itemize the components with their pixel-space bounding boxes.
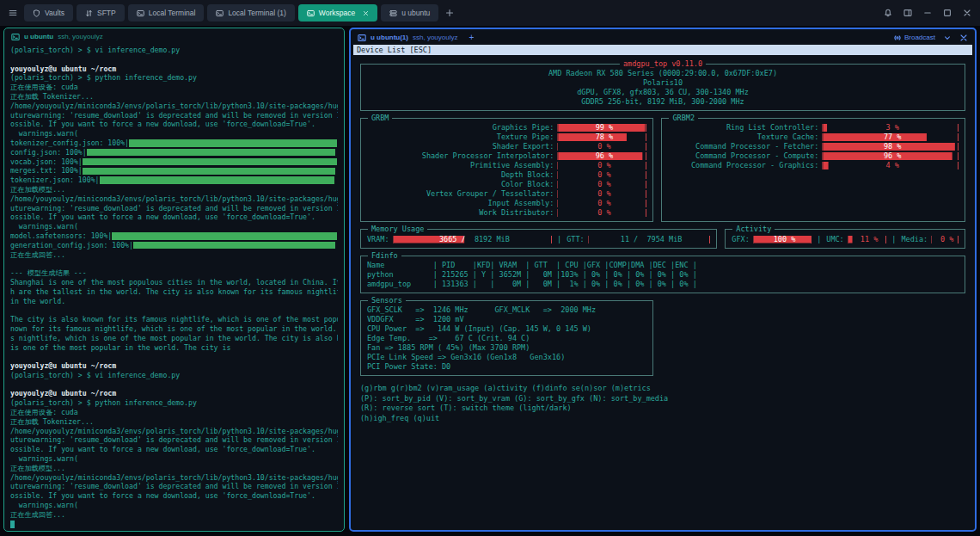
- device-list-bar: Device List [ESC]: [353, 45, 972, 55]
- gpu-usage-row: Vertex Grouper / Tessellator: 0 % 0 %: [367, 189, 646, 199]
- tab-label: Vaults: [45, 9, 64, 17]
- terminal-line: h are the tallest in the world. The city…: [10, 287, 338, 297]
- terminal-line: merges.txt: 100%|: [10, 166, 338, 176]
- minimize-button[interactable]: [923, 9, 932, 17]
- fdinfo-box: Fdinfo Name | PID |KFD| VRAM | GTT | CPU…: [360, 256, 965, 293]
- gpu-usage-row: Work Distributor: 0 % 0 %: [367, 208, 646, 218]
- activity-label: GFX:: [732, 235, 752, 244]
- usage-gauge: 0 % 0 %: [557, 162, 646, 169]
- terminal-line: vocab.json: 100%|: [10, 157, 338, 167]
- terminal-line: tokenizer.json: 100%|: [10, 176, 338, 185]
- sensor-line: VDDGFX => 1200 mV: [367, 315, 646, 324]
- terminal-line: youyoulyz@u ubuntu ~/rocm: [10, 65, 338, 74]
- terminal-line: warnings.warn(: [10, 454, 338, 464]
- maximize-button[interactable]: [943, 9, 952, 17]
- close-window-button[interactable]: [963, 9, 971, 17]
- terminal-line: [10, 352, 338, 361]
- tab-label: u ubuntu: [401, 9, 430, 17]
- add-terminal-button[interactable]: +: [469, 33, 474, 42]
- terminal-line: nown for its famous nightlife, which is …: [10, 324, 338, 334]
- terminal-icon: [137, 9, 144, 17]
- progress-bar: [100, 176, 334, 184]
- sensor-line: CPU Power => 144 W (Input) (Cap. 145 W, …: [367, 324, 646, 334]
- terminal-line: is one of the most popular in the world.…: [10, 343, 338, 353]
- terminal-line: tokenizer_config.json: 100%|: [10, 139, 338, 148]
- keybind-line: (g)rbm g(r)bm2 (v)ram_usage (a)ctivity (…: [360, 384, 965, 394]
- sensor-line: GFX_SCLK => 1246 MHz GFX_MCLK => 2000 MH…: [367, 305, 646, 315]
- gtt-gauge: 11 / 7954 MiB 11 / 7954 MiB: [588, 236, 711, 243]
- notifications-bell-icon[interactable]: [884, 9, 892, 17]
- tab-bar: VaultsSFTPLocal TerminalLocal Terminal (…: [24, 4, 438, 22]
- fdinfo-line: python | 215265 | Y | 3652M | 0M |103% |…: [367, 270, 959, 280]
- terminal-line: s nightlife, which is one of the most po…: [10, 334, 338, 343]
- tab-u-ubuntu[interactable]: u ubuntu: [381, 4, 438, 22]
- new-tab-button[interactable]: [445, 9, 454, 17]
- usage-gauge: 0 % 0 %: [557, 181, 646, 188]
- gpu-info-line: dGPU, GFX8, gfx803, 36 CU, 300-1340 MHz: [367, 88, 959, 97]
- progress-bar: [129, 139, 336, 147]
- server-icon: [389, 9, 397, 17]
- terminal-line: (polaris_torch) > $ vi inference_demo.py: [10, 46, 338, 55]
- progress-bar: [83, 158, 337, 166]
- tab-local-terminal[interactable]: Local Terminal: [128, 4, 205, 22]
- tab-label: Local Terminal (1): [228, 9, 285, 17]
- terminal-line: [10, 380, 338, 390]
- fdinfo-line: amdgpu_top | 131363 | | 0M | 0M | 1% | 0…: [367, 280, 959, 289]
- gpu-usage-row: Depth Block: 0 % 0 %: [367, 170, 646, 180]
- broadcast-label: Broadcast: [904, 34, 935, 41]
- terminal-line: Shanghai is one of the most populous cit…: [10, 278, 338, 287]
- terminal-line: youyoulyz@u ubuntu ~/rocm: [10, 361, 338, 371]
- usage-gauge: 100 % 100 %: [753, 236, 812, 243]
- gpu-usage-row: Command Processor - Compute: 96 % 96 %: [668, 151, 959, 161]
- terminal-line: 正在使用设备: cuda: [10, 83, 338, 92]
- menu-icon[interactable]: [9, 9, 17, 17]
- usage-gauge: 4 % 4 %: [822, 162, 959, 169]
- progress-bar: [87, 149, 335, 157]
- amdgpu-top-title: amdgpu_top v0.11.0: [620, 59, 706, 69]
- usage-gauge: 98 % 98 %: [822, 143, 959, 151]
- terminal-line: uturewarning: 'resume_download' is depre…: [10, 435, 338, 445]
- tab-vaults[interactable]: Vaults: [24, 4, 73, 22]
- activity-label: Media:: [901, 235, 931, 244]
- terminal-line: The city is also known for its famous ni…: [10, 315, 338, 324]
- terminal-line: (polaris_torch) > $ python inference_dem…: [10, 398, 338, 408]
- terminal-line: [10, 305, 338, 315]
- terminal-line: /home/youyoulyz/miniconda3/envs/polaris_…: [10, 473, 338, 483]
- progress-bar: [112, 232, 336, 240]
- usage-gauge: 0 % 0 %: [931, 236, 959, 243]
- gpu-usage-row: Command Processor - Graphics: 4 % 4 %: [668, 161, 959, 170]
- separator: |: [886, 235, 901, 244]
- tab-workspace[interactable]: Workspace: [298, 4, 377, 22]
- close-pane-icon[interactable]: [959, 34, 968, 42]
- gpu-usage-row: Input Assembly: 0 % 0 %: [367, 199, 646, 208]
- sensor-line: Edge Temp. => 67 C (Crit. 94 C): [367, 334, 646, 343]
- layout-panels-icon[interactable]: [903, 9, 912, 17]
- broadcast-toggle[interactable]: Broadcast: [893, 34, 935, 42]
- terminal-line: config.json: 100%|: [10, 148, 338, 157]
- usage-gauge: 96 % 96 %: [557, 152, 646, 160]
- tab-local-terminal-1[interactable]: Local Terminal (1): [207, 4, 294, 22]
- terminal-line: generation_config.json: 100%|: [10, 241, 338, 250]
- terminal-line: 正在生成回答...: [10, 250, 338, 260]
- left-terminal[interactable]: (polaris_torch) > $ vi inference_demo.py…: [4, 42, 344, 531]
- vram-label: VRAM:: [367, 235, 393, 244]
- sensors-box: Sensors GFX_SCLK => 1246 MHz GFX_MCLK =>…: [360, 300, 653, 376]
- gpu-usage-row: Ring List Controller: 3 % 3 %: [668, 123, 959, 132]
- usage-gauge: 3 % 3 %: [822, 124, 959, 132]
- usage-gauge: 0 % 0 %: [557, 200, 646, 207]
- left-terminal-pane: u ubuntu ssh, youyoulyz (polaris_torch) …: [3, 28, 345, 532]
- terminal-line: (polaris_torch) > $ vi inference_demo.py: [10, 371, 338, 380]
- usage-gauge: 0 % 0 %: [557, 171, 646, 179]
- usage-gauge: 99 % 99 %: [557, 124, 646, 132]
- terminal-icon: [307, 9, 315, 17]
- close-icon[interactable]: [363, 10, 369, 16]
- terminal-line: warnings.warn(: [10, 222, 338, 231]
- keybind-line: (h)igh_freq (q)uit: [360, 414, 965, 424]
- left-pane-subtitle: ssh, youyoulyz: [58, 33, 102, 40]
- right-terminal[interactable]: Device List [ESC] amdgpu_top v0.11.0 AMD…: [351, 43, 975, 530]
- terminal-line: (polaris_torch) > $ python inference_dem…: [10, 73, 338, 83]
- tab-sftp[interactable]: SFTP: [77, 4, 125, 22]
- activity-box: Activity GFX: 100 % 100 %|UMC: 11 % 11 %…: [725, 229, 965, 249]
- chevron-down-icon[interactable]: [943, 34, 952, 42]
- broadcast-icon: [893, 34, 902, 42]
